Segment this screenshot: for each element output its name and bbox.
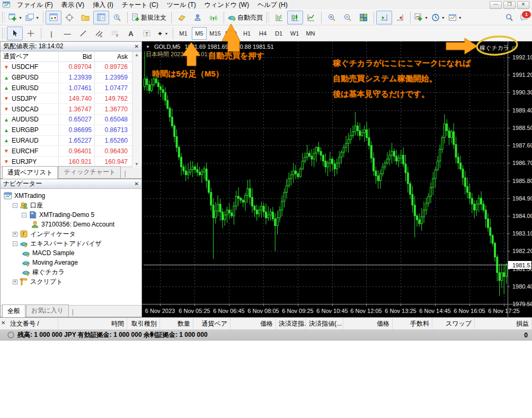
menu-insert[interactable]: 挿入 (I) [88,0,118,10]
timeframe-M5[interactable]: M5 [192,27,207,40]
profiles-button[interactable]: ▼ [24,11,41,24]
nav-item-macd-sample[interactable]: MACD Sample [1,248,141,258]
scroll-up-icon[interactable]: ▲ [132,51,141,58]
terminal-column-9[interactable]: 手数料 [393,318,432,329]
data-window-button[interactable] [61,11,77,24]
market-row-USDCHF[interactable]: ▼USDCHF0.897040.89726 [1,62,141,73]
terminal-column-2[interactable]: 取引種別 [127,318,160,329]
terminal-column-1[interactable]: 時間 [58,318,127,329]
terminal-column-7[interactable]: 決済指値(... [306,318,343,329]
timeframe-M30[interactable]: M30 [224,27,238,40]
navigator-toggle[interactable] [93,11,109,24]
market-row-EURCHF[interactable]: ▼EURCHF0.964010.96430 [1,146,141,156]
chart-candles-button[interactable] [287,11,303,24]
shift-chart-button[interactable] [376,11,392,24]
chart-window[interactable]: 1979.501980.401981.301982.201983.101984.… [142,41,532,317]
toolbar-grip[interactable] [267,12,269,23]
zoom-in-button[interactable] [324,11,340,24]
market-watch-header[interactable]: 通貨ペアBidAsk [1,51,141,62]
nav-item-kasegu-chikara[interactable]: 稼ぐチカラ [1,267,141,277]
collapse-icon[interactable]: - [13,241,17,246]
timeframe-H1[interactable]: H1 [240,27,254,40]
restore-button[interactable]: ❐ [503,1,516,9]
text-tool[interactable]: A [123,27,139,40]
market-row-USDJPY[interactable]: ▼USDJPY149.740149.762 [1,93,141,104]
nav-item-demo-account[interactable]: 37100356: Demo Account [1,220,141,229]
periods-button[interactable]: ▼ [430,11,447,24]
new-chart-button[interactable]: ▼ [7,11,24,24]
chart-canvas[interactable]: 1979.501980.401981.301982.201983.101984.… [142,41,532,319]
market-watch-column-1[interactable]: Bid [58,51,94,62]
market-watch-column-0[interactable]: 通貨ペア [1,52,58,61]
menu-chart[interactable]: チャート (C) [118,0,163,10]
terminal-column-6[interactable]: 決済逆指... [276,318,306,329]
market-watch-toggle[interactable] [46,11,61,24]
toolbar-grip[interactable] [2,12,5,23]
nav-item-demo-server[interactable]: -XMTrading-Demo 5 [1,210,141,220]
zoom-out-button[interactable] [340,11,356,24]
strategy-tester-button[interactable] [109,11,125,24]
templates-button[interactable]: ▼ [447,11,464,24]
terminal-column-3[interactable]: 数量 [160,318,193,329]
terminal-column-4[interactable]: 通貨ペア [193,318,230,329]
expand-icon[interactable]: + [13,232,17,237]
market-watch-tab[interactable]: ティックチャート [58,166,121,178]
auto-scroll-button[interactable] [392,11,408,24]
timeframe-H4[interactable]: H4 [255,27,270,40]
navigator-tab[interactable]: お気に入り [26,304,69,317]
market-row-EURAUD[interactable]: ▲EURAUD1.652271.65260 [1,136,141,146]
market-row-EURJPY[interactable]: ▼EURJPY160.921160.947 [1,156,141,167]
chart-symbol-dropdown-icon[interactable]: ▼ [146,45,150,49]
timeframe-M1[interactable]: M1 [176,27,191,40]
balance-row[interactable]: 残高: 1 000 000 JPY 有効証拠金: 1 000 000 余剰証拠金… [0,330,532,341]
text-label-tool[interactable]: T [139,27,155,40]
favorites-button[interactable] [77,11,93,24]
menu-file[interactable]: ファイル (F) [13,0,57,10]
timeframe-W1[interactable]: W1 [287,27,302,40]
terminal-column-0[interactable]: 注文番号 / [7,318,58,329]
scroll-down-icon[interactable]: ▼ [132,161,141,168]
market-row-EURUSD[interactable]: ▲EURUSD1.074611.07477 [1,83,141,94]
close-icon[interactable]: ✕ [1,320,5,326]
autotrading-button[interactable]: 自動売買 [226,11,265,24]
nav-item-root[interactable]: XMTrading [1,191,141,201]
community-button[interactable] [190,11,206,24]
signals-button[interactable] [206,11,221,24]
market-row-EURGBP[interactable]: ▲EURGBP0.866950.86713 [1,125,141,136]
toolbar-grip[interactable] [2,28,5,39]
collapse-icon[interactable]: - [22,213,26,217]
navigator-tab[interactable]: 全般 [2,304,25,317]
metaeditor-button[interactable] [174,11,190,24]
terminal-column-8[interactable]: 価格 [343,318,393,329]
market-row-AUDUSD[interactable]: ▲AUDUSD0.650270.65048 [1,115,141,125]
collapse-icon[interactable]: - [13,203,17,208]
expand-icon[interactable]: + [13,280,17,284]
nav-item-moving-average[interactable]: Moving Average [1,258,141,267]
menu-help[interactable]: ヘルプ (H) [253,0,292,10]
menu-tools[interactable]: ツール (T) [163,0,200,10]
channel-tool[interactable]: E [91,27,107,40]
vertical-line-tool[interactable]: | [43,27,59,40]
trendline-tool[interactable] [75,27,91,40]
terminal-column-11[interactable]: 損益 [475,318,532,329]
terminal-column-5[interactable]: 価格 [230,318,276,329]
menu-window[interactable]: ウィンドウ (W) [200,0,253,10]
crosshair-tool-button[interactable] [23,27,39,40]
chart-bars-button[interactable] [271,11,287,24]
close-icon[interactable]: ✕ [135,181,139,187]
market-row-USDCAD[interactable]: ▼USDCAD1.367471.36770 [1,104,141,115]
indicators-button[interactable]: ▼ [413,11,430,24]
market-watch-column-2[interactable]: Ask [94,51,130,62]
horizontal-line-tool[interactable]: — [59,27,75,40]
nav-item-experts[interactable]: -エキスパートアドバイザ [1,239,141,248]
nav-item-indicators[interactable]: +fインディケータ [1,229,141,239]
terminal-column-10[interactable]: スワップ [432,318,475,329]
market-watch-tab[interactable]: 通貨ペアリスト [2,166,58,179]
tile-windows-button[interactable] [356,11,371,24]
nav-item-scripts[interactable]: +スクリプト [1,277,141,286]
arrows-tool[interactable]: ✦ ▼ [155,27,171,40]
chart-line-button[interactable] [303,11,319,24]
close-button[interactable]: ✕ [517,1,529,9]
menu-view[interactable]: 表示 (V) [57,0,88,10]
market-watch-scrollbar[interactable]: ▲ ▼ [132,51,141,168]
